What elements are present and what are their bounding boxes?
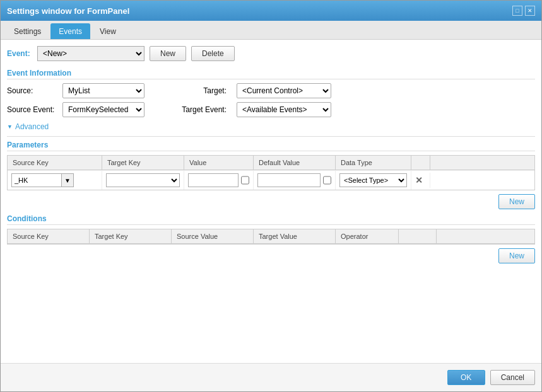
close-button[interactable]: ✕: [525, 6, 535, 16]
footer: OK Cancel: [1, 363, 541, 391]
cond-col-source-key: Source Key: [8, 229, 90, 243]
parameters-header: Source Key Target Key Value Default Valu…: [8, 156, 534, 170]
new-event-button[interactable]: New: [150, 46, 186, 61]
event-row: Event: <New> New Delete: [7, 46, 535, 61]
tab-view[interactable]: View: [91, 23, 124, 39]
params-default-value-input[interactable]: [257, 173, 321, 187]
title-bar-controls: □ ✕: [512, 6, 535, 16]
params-default-checkbox[interactable]: [323, 176, 331, 185]
params-source-key-cell: ▼: [8, 171, 102, 190]
source-select[interactable]: MyList: [62, 83, 144, 98]
cond-col-operator: Operator: [336, 229, 399, 243]
title-bar: Settings window for FormPanel □ ✕: [1, 1, 541, 21]
conditions-table: Source Key Target Key Source Value Targe…: [7, 229, 535, 245]
source-label: Source:: [7, 86, 57, 95]
params-target-key-select[interactable]: [106, 173, 180, 187]
target-label: Target:: [168, 86, 232, 95]
minimize-button[interactable]: □: [512, 6, 522, 16]
source-key-input-wrap: ▼: [11, 173, 74, 187]
source-key-input[interactable]: [11, 173, 62, 187]
params-data-type-cell: <Select Type>: [336, 171, 411, 190]
params-col-value: Value: [184, 156, 254, 170]
cond-col-source-value: Source Value: [172, 229, 254, 243]
params-value-input[interactable]: [188, 173, 239, 187]
delete-event-button[interactable]: Delete: [191, 46, 235, 61]
params-col-6: [430, 156, 449, 170]
params-col-5: [411, 156, 430, 170]
params-new-btn-row: New: [7, 194, 535, 209]
ok-button[interactable]: OK: [447, 370, 485, 385]
conditions-new-button[interactable]: New: [498, 248, 535, 263]
params-value-checkbox[interactable]: [241, 176, 249, 185]
advanced-toggle[interactable]: Advanced: [7, 122, 535, 131]
tab-settings[interactable]: Settings: [6, 23, 49, 39]
target-event-select[interactable]: <Available Events>: [237, 102, 331, 117]
params-default-value-cell: [254, 171, 336, 190]
parameters-title: Parameters: [7, 141, 535, 151]
event-information-title: Event Information: [7, 69, 535, 79]
params-data-row: ▼ <Select Type>: [8, 170, 534, 190]
params-value-cell: [184, 171, 254, 190]
main-content: Event: <New> New Delete Event Informatio…: [1, 40, 541, 363]
cond-col-6: [437, 229, 474, 243]
conditions-header: Source Key Target Key Source Value Targe…: [8, 229, 534, 244]
params-col-source-key: Source Key: [8, 156, 102, 170]
params-delete-cell: ✕: [411, 173, 430, 188]
divider: [7, 136, 535, 137]
cond-col-5: [399, 229, 437, 243]
target-event-label: Target Event:: [168, 105, 232, 114]
cond-col-target-value: Target Value: [254, 229, 336, 243]
main-window: Settings window for FormPanel □ ✕ Settin…: [0, 0, 542, 392]
cancel-button[interactable]: Cancel: [490, 370, 535, 385]
params-extra-cell: [430, 178, 449, 183]
cond-col-target-key: Target Key: [90, 229, 172, 243]
params-delete-button[interactable]: ✕: [415, 175, 423, 185]
target-select[interactable]: <Current Control>: [237, 83, 331, 98]
source-event-label: Source Event:: [7, 105, 57, 114]
window-title: Settings window for FormPanel: [7, 6, 129, 16]
event-select[interactable]: <New>: [37, 46, 144, 61]
params-new-button[interactable]: New: [498, 194, 535, 209]
params-target-key-cell: [102, 171, 184, 190]
parameters-table: Source Key Target Key Value Default Valu…: [7, 155, 535, 190]
source-key-dropdown-btn[interactable]: ▼: [62, 173, 74, 187]
params-col-target-key: Target Key: [102, 156, 184, 170]
conditions-title: Conditions: [7, 214, 535, 225]
tab-events[interactable]: Events: [50, 23, 90, 39]
params-data-type-select[interactable]: <Select Type>: [339, 173, 407, 187]
source-event-select[interactable]: FormKeySelected: [62, 102, 144, 117]
tab-bar: Settings Events View: [1, 21, 541, 40]
event-label: Event:: [7, 49, 32, 58]
conditions-new-btn-row: New: [7, 248, 535, 263]
advanced-label: Advanced: [15, 122, 49, 131]
params-col-default-value: Default Value: [254, 156, 336, 170]
params-col-data-type: Data Type: [336, 156, 411, 170]
